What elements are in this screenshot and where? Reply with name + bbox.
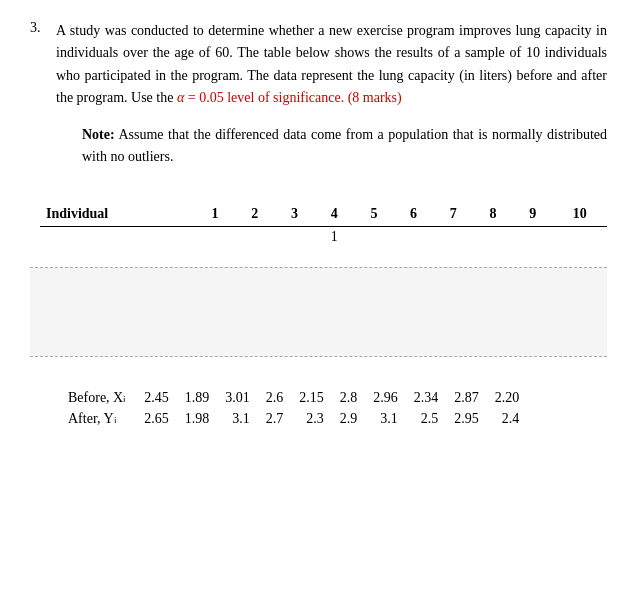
before-row: Before, Xᵢ 2.45 1.89 3.01 2.6 2.15 2.8 2…: [60, 387, 527, 408]
after-val-3: 3.1: [217, 408, 258, 429]
question-number: 3.: [30, 20, 48, 186]
middle-row-col7: [433, 227, 473, 248]
col-header-10: 10: [553, 204, 607, 227]
bottom-table: Before, Xᵢ 2.45 1.89 3.01 2.6 2.15 2.8 2…: [60, 387, 527, 429]
question-text: A study was conducted to determine wheth…: [56, 20, 607, 186]
before-val-9: 2.87: [446, 387, 487, 408]
after-label: After, Yᵢ: [60, 408, 136, 429]
after-val-1: 2.65: [136, 408, 177, 429]
bottom-data-section: Before, Xᵢ 2.45 1.89 3.01 2.6 2.15 2.8 2…: [30, 377, 607, 439]
col-header-4: 4: [314, 204, 354, 227]
col-header-2: 2: [235, 204, 275, 227]
after-val-10: 2.4: [487, 408, 528, 429]
col-header-8: 8: [473, 204, 513, 227]
col-header-9: 9: [513, 204, 553, 227]
after-val-5: 2.3: [291, 408, 332, 429]
divider-area: [30, 267, 607, 357]
before-val-8: 2.34: [406, 387, 447, 408]
after-val-7: 3.1: [365, 408, 406, 429]
significance-level: = 0.05 level of significance. (8 marks): [184, 90, 401, 105]
before-val-3: 3.01: [217, 387, 258, 408]
table-section: Individual 1 2 3 4 5 6 7 8 9 10: [40, 204, 607, 247]
main-table: Individual 1 2 3 4 5 6 7 8 9 10: [40, 204, 607, 247]
middle-row-col10: [553, 227, 607, 248]
after-val-6: 2.9: [332, 408, 366, 429]
col-header-7: 7: [433, 204, 473, 227]
table-middle-row: 1: [40, 227, 607, 248]
note-label: Note:: [82, 127, 115, 142]
col-header-individual: Individual: [40, 204, 195, 227]
col-header-5: 5: [354, 204, 394, 227]
middle-row-col8: [473, 227, 513, 248]
after-val-4: 2.7: [258, 408, 292, 429]
middle-row-label: [40, 227, 195, 248]
before-val-10: 2.20: [487, 387, 528, 408]
col-header-6: 6: [394, 204, 434, 227]
middle-row-col6: [394, 227, 434, 248]
before-label: Before, Xᵢ: [60, 387, 136, 408]
middle-row-col4: 1: [314, 227, 354, 248]
after-val-9: 2.95: [446, 408, 487, 429]
before-val-5: 2.15: [291, 387, 332, 408]
middle-row-col5: [354, 227, 394, 248]
after-val-8: 2.5: [406, 408, 447, 429]
before-val-6: 2.8: [332, 387, 366, 408]
middle-row-col9: [513, 227, 553, 248]
after-val-2: 1.98: [177, 408, 218, 429]
before-val-2: 1.89: [177, 387, 218, 408]
middle-row-col1: [195, 227, 235, 248]
note-block: Note: Assume that the differenced data c…: [82, 124, 607, 169]
table-header-row: Individual 1 2 3 4 5 6 7 8 9 10: [40, 204, 607, 227]
note-text: Assume that the differenced data come fr…: [82, 127, 607, 164]
col-header-1: 1: [195, 204, 235, 227]
before-val-4: 2.6: [258, 387, 292, 408]
after-row: After, Yᵢ 2.65 1.98 3.1 2.7 2.3 2.9 3.1 …: [60, 408, 527, 429]
col-header-3: 3: [275, 204, 315, 227]
middle-row-col3: [275, 227, 315, 248]
question-block: 3. A study was conducted to determine wh…: [30, 20, 607, 186]
before-val-7: 2.96: [365, 387, 406, 408]
middle-row-col2: [235, 227, 275, 248]
page: 3. A study was conducted to determine wh…: [0, 0, 637, 593]
before-val-1: 2.45: [136, 387, 177, 408]
